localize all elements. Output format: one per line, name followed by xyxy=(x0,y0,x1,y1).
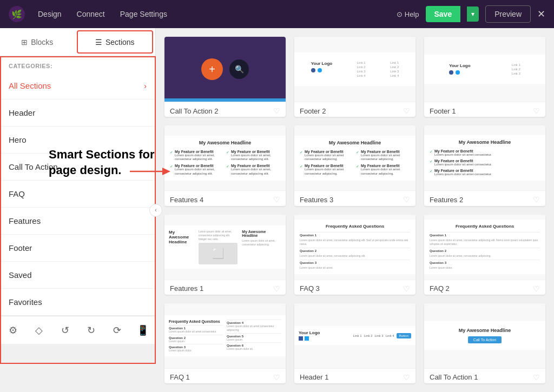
mobile-icon[interactable]: 📱 xyxy=(133,321,153,340)
template-features4-preview: My Awesome Headline ✓ My Feature or Bene… xyxy=(164,125,286,190)
save-dropdown-button[interactable]: ▾ xyxy=(467,6,479,22)
template-cta2-footer: Call To Action 2 ♡ xyxy=(164,102,286,117)
cta-blue-bar xyxy=(164,98,286,102)
nav-design[interactable]: Design xyxy=(38,10,62,18)
favorite-footer1[interactable]: ♡ xyxy=(533,107,540,115)
template-faq3-footer: FAQ 3 ♡ xyxy=(294,280,416,295)
logo-icon: 🌿 xyxy=(9,6,25,22)
category-saved[interactable]: Saved xyxy=(0,262,155,289)
category-features[interactable]: Features xyxy=(0,208,155,235)
template-cta1[interactable]: My Awesome Headline Call To Action Call … xyxy=(424,303,545,383)
nav-connect[interactable]: Connect xyxy=(77,10,105,18)
template-footer1-preview: Your Logo Link 1 Link 2 Link 3 xyxy=(424,37,545,102)
undo-icon[interactable]: ↺ xyxy=(55,321,75,340)
template-faq3[interactable]: Frequently Asked Questions Question 1 Lo… xyxy=(294,215,416,295)
category-all-sections[interactable]: All Sections › xyxy=(0,72,155,99)
template-footer2-footer: Footer 2 ♡ xyxy=(294,102,416,117)
favorite-features4[interactable]: ♡ xyxy=(273,195,280,204)
tab-blocks[interactable]: ⊞ Blocks xyxy=(0,28,75,56)
footer1-content: Your Logo Link 1 Link 2 Link 3 xyxy=(424,55,545,84)
template-header1[interactable]: Your Logo Link 1 Link 2 Link 3 Link 4 Bu… xyxy=(294,303,416,383)
sidebar: ⊞ Blocks ☰ Sections CATEGORIES: All Sect… xyxy=(0,28,156,316)
help-icon: ⊙ xyxy=(397,10,403,18)
template-features2[interactable]: My Awesome Headline ✓ My Feature or Bene… xyxy=(424,125,545,205)
favorite-cta2[interactable]: ♡ xyxy=(273,107,280,115)
features2-content: My Awesome Headline ✓ My Feature or Bene… xyxy=(424,135,545,181)
template-features2-preview: My Awesome Headline ✓ My Feature or Bene… xyxy=(424,125,545,190)
features3-content: My Awesome Headline ✓ My Feature or Bene… xyxy=(294,136,416,181)
cta-plus-icon: + xyxy=(201,58,223,80)
features4-content: My Awesome Headline ✓ My Feature or Bene… xyxy=(164,136,286,181)
help-button[interactable]: ⊙ Help xyxy=(397,10,419,18)
favorite-cta1[interactable]: ♡ xyxy=(533,373,540,382)
cta-preview-content: + 🔍 xyxy=(164,37,286,102)
sidebar-tabs: ⊞ Blocks ☰ Sections xyxy=(0,28,155,56)
faq2-content: Frequently Asked Questions Question 1 Lo… xyxy=(424,220,545,274)
faq3-content: Frequently Asked Questions Question 1 Lo… xyxy=(294,220,416,274)
favorite-header1[interactable]: ♡ xyxy=(403,373,410,382)
template-features4[interactable]: My Awesome Headline ✓ My Feature or Bene… xyxy=(164,125,286,205)
template-features1-footer: Features 1 ♡ xyxy=(164,280,286,295)
category-faq[interactable]: FAQ xyxy=(0,181,155,208)
template-faq3-preview: Frequently Asked Questions Question 1 Lo… xyxy=(294,215,416,280)
header1-content: Your Logo Link 1 Link 2 Link 3 Link 4 Bu… xyxy=(294,326,416,345)
template-header1-footer: Header 1 ♡ xyxy=(294,368,416,383)
templates-grid: + 🔍 Call To Action 2 ♡ Your Logo xyxy=(156,28,554,392)
template-faq2-preview: Frequently Asked Questions Question 1 Lo… xyxy=(424,215,545,280)
close-button[interactable]: ✕ xyxy=(537,8,545,20)
nav-page-settings[interactable]: Page Settings xyxy=(120,10,167,18)
template-cta2-preview: + 🔍 xyxy=(164,37,286,102)
settings-icon[interactable]: ⚙ xyxy=(3,321,23,340)
sidebar-collapse-button[interactable]: ‹ xyxy=(149,204,162,217)
favorite-footer2[interactable]: ♡ xyxy=(403,107,410,115)
template-faq2-footer: FAQ 2 ♡ xyxy=(424,280,545,295)
template-cta1-footer: Call To Action 1 ♡ xyxy=(424,368,545,383)
template-features3[interactable]: My Awesome Headline ✓ My Feature or Bene… xyxy=(294,125,416,205)
cta1-content: My Awesome Headline Call To Action xyxy=(424,321,545,350)
preview-button[interactable]: Preview xyxy=(485,5,531,23)
favorite-features1[interactable]: ♡ xyxy=(273,284,280,293)
sections-icon: ☰ xyxy=(95,38,102,46)
categories-label: CATEGORIES: xyxy=(0,56,155,72)
redo-left-icon[interactable]: ↻ xyxy=(81,321,101,340)
category-footer[interactable]: Footer xyxy=(0,235,155,262)
favorite-faq2[interactable]: ♡ xyxy=(533,284,540,293)
favorite-features3[interactable]: ♡ xyxy=(403,195,410,204)
faq1-content: Frequently Asked Questions Question 1 Lo… xyxy=(164,315,286,356)
template-features4-footer: Features 4 ♡ xyxy=(164,190,286,205)
template-cta1-preview: My Awesome Headline Call To Action xyxy=(424,303,545,368)
template-footer1[interactable]: Your Logo Link 1 Link 2 Link 3 xyxy=(424,37,545,117)
category-favorites[interactable]: Favorites xyxy=(0,289,155,316)
nav-right-actions: ⊙ Help Save ▾ Preview ✕ xyxy=(397,5,545,23)
template-features1[interactable]: My Awesome Headline Lorem ipsum dolor si… xyxy=(164,215,286,295)
template-features1-preview: My Awesome Headline Lorem ipsum dolor si… xyxy=(164,215,286,280)
layers-icon[interactable]: ◇ xyxy=(29,321,49,340)
bottom-toolbar: ⚙ ◇ ↺ ↻ ⟳ 📱 xyxy=(0,316,156,344)
nav-links: Design Connect Page Settings xyxy=(38,10,384,18)
category-cta[interactable]: Call To Action xyxy=(0,154,155,181)
template-faq1-preview: Frequently Asked Questions Question 1 Lo… xyxy=(164,303,286,368)
top-navigation: 🌿 Design Connect Page Settings ⊙ Help Sa… xyxy=(0,0,554,28)
features1-content: My Awesome Headline Lorem ipsum dolor si… xyxy=(164,225,286,269)
main-layout: ⊞ Blocks ☰ Sections CATEGORIES: All Sect… xyxy=(0,28,554,392)
favorite-features2[interactable]: ♡ xyxy=(533,195,540,204)
template-faq2[interactable]: Frequently Asked Questions Question 1 Lo… xyxy=(424,215,545,295)
template-header1-preview: Your Logo Link 1 Link 2 Link 3 Link 4 Bu… xyxy=(294,303,416,368)
sidebar-wrapper: ⊞ Blocks ☰ Sections CATEGORIES: All Sect… xyxy=(0,28,156,392)
favorite-faq3[interactable]: ♡ xyxy=(403,284,410,293)
save-button[interactable]: Save xyxy=(426,6,461,22)
favorite-faq1[interactable]: ♡ xyxy=(273,373,280,382)
template-faq1-footer: FAQ 1 ♡ xyxy=(164,368,286,383)
category-hero[interactable]: Hero xyxy=(0,127,155,154)
redo-icon[interactable]: ⟳ xyxy=(107,321,127,340)
category-list: All Sections › Header Hero Call To Actio… xyxy=(0,72,155,316)
category-header[interactable]: Header xyxy=(0,99,155,127)
template-features3-footer: Features 3 ♡ xyxy=(294,190,416,205)
template-features3-preview: My Awesome Headline ✓ My Feature or Bene… xyxy=(294,125,416,190)
template-faq1[interactable]: Frequently Asked Questions Question 1 Lo… xyxy=(164,303,286,383)
template-footer2[interactable]: Your Logo Link 1 Link 2 Link 3 Link 4 xyxy=(294,37,416,117)
tab-sections[interactable]: ☰ Sections xyxy=(77,30,154,54)
template-cta2[interactable]: + 🔍 Call To Action 2 ♡ xyxy=(164,37,286,117)
footer2-content: Your Logo Link 1 Link 2 Link 3 Link 4 xyxy=(294,52,416,86)
template-footer1-footer: Footer 1 ♡ xyxy=(424,102,545,117)
